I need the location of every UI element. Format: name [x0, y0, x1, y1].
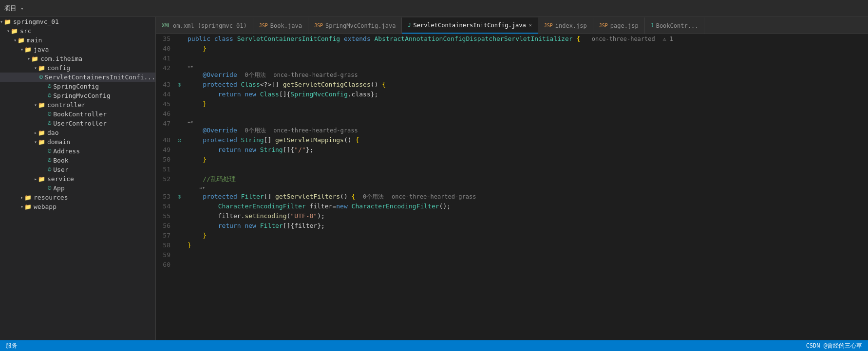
line-content: CharacterEncodingFilter filter=new Chara… [188, 202, 868, 211]
line-number: 53 [156, 192, 178, 202]
fold-icon: ↔▾ [188, 63, 868, 70]
tabs-bar: XMLom.xml (springmvc_01)JSPBook.javaJSPS… [156, 17, 868, 34]
chevron-icon: ▾ [34, 65, 37, 71]
folder-icon: 📁 [4, 18, 11, 25]
status-left: 服务 [6, 342, 18, 350]
line-number: 52 [156, 174, 178, 184]
line-content: protected Class<?>[] getServletConfigCla… [188, 80, 868, 90]
line-content: protected Filter[] getServletFilters() {… [188, 192, 868, 202]
sidebar-item-ServletContainersInitConfig[interactable]: ©ServletContainersInitConfi... [0, 73, 155, 82]
chevron-icon: ▸ [34, 176, 37, 182]
editor-panel: XMLom.xml (springmvc_01)JSPBook.javaJSPS… [156, 17, 868, 340]
tab-type-icon: JSP [544, 23, 553, 28]
file-icon: © [48, 111, 51, 118]
folder-icon: 📁 [24, 194, 32, 201]
gutter-icon: ◎ [178, 192, 188, 202]
sidebar-label: Book [53, 157, 68, 164]
code-row: 35public class ServletContainersInitConf… [156, 34, 868, 44]
sidebar-item-src[interactable]: ▾📁src [0, 26, 155, 36]
folder-icon: 📁 [24, 203, 32, 210]
sidebar-label: com.itheima [40, 55, 82, 62]
line-number: 43 [156, 80, 178, 90]
project-chevron[interactable]: ▾ [20, 5, 24, 12]
tab-label: om.xml (springmvc_01) [173, 22, 247, 29]
tab-type-icon: JSP [314, 23, 323, 28]
tab-type-icon: XML [162, 23, 170, 28]
sidebar-label: resources [34, 194, 68, 201]
line-number: 40 [156, 44, 178, 54]
sidebar-item-webapp[interactable]: ▾📁webapp [0, 202, 155, 211]
main-layout: ▾📁springmvc_01▾📁src▾📁main▾📁java▾📁com.ith… [0, 17, 868, 340]
code-lines: 35public class ServletContainersInitConf… [156, 34, 868, 270]
file-icon: © [48, 166, 51, 173]
chevron-icon: ▾ [34, 139, 37, 145]
code-row: ↔▾ [156, 184, 868, 192]
line-content: return new Filter[]{filter}; [188, 221, 868, 231]
chevron-icon: ▾ [14, 37, 17, 43]
file-icon: © [48, 83, 51, 90]
line-content: ↔▾ [188, 184, 868, 192]
sidebar-item-UserController[interactable]: ©UserController [0, 119, 155, 128]
sidebar-item-dao[interactable]: ▸📁dao [0, 128, 155, 137]
folder-icon: 📁 [38, 102, 45, 109]
sidebar-item-SpringMvcConfig[interactable]: ©SpringMvcConfig [0, 91, 155, 100]
sidebar-item-main[interactable]: ▾📁main [0, 36, 155, 45]
tab-3[interactable]: JServletContainersInitConfig.java✕ [402, 18, 538, 34]
folder-icon: 📁 [31, 55, 38, 62]
sidebar-item-com.itheima[interactable]: ▾📁com.itheima [0, 54, 155, 63]
sidebar-item-controller[interactable]: ▾📁controller [0, 100, 155, 110]
sidebar-item-Address[interactable]: ©Address [0, 147, 155, 156]
sidebar-item-config[interactable]: ▾📁config [0, 63, 155, 73]
line-content: return new Class[]{SpringMvcConfig.class… [188, 90, 868, 99]
code-row: 41 [156, 54, 868, 63]
tab-5[interactable]: JSPpage.jsp [593, 18, 645, 34]
sidebar-label: BookController [53, 111, 107, 118]
sidebar-item-SpringConfig[interactable]: ©SpringConfig [0, 82, 155, 91]
tab-type-icon: JSP [259, 23, 268, 28]
tab-1[interactable]: JSPBook.java [253, 18, 308, 34]
file-icon: © [48, 120, 51, 127]
line-number: 41 [156, 54, 178, 63]
line-number: 49 [156, 145, 178, 155]
file-icon: © [48, 185, 51, 192]
sidebar-item-BookController[interactable]: ©BookController [0, 110, 155, 119]
line-number: 60 [156, 260, 178, 270]
sidebar-item-Book[interactable]: ©Book [0, 156, 155, 165]
tab-close-button[interactable]: ✕ [529, 22, 532, 28]
line-content: return new String[]{"/"}; [188, 145, 868, 155]
tab-6[interactable]: JBookContr... [645, 18, 705, 34]
sidebar-item-service[interactable]: ▸📁service [0, 174, 155, 184]
sidebar-label: App [53, 185, 64, 192]
line-content: } [188, 240, 868, 250]
sidebar-label: main [27, 37, 42, 44]
tab-0[interactable]: XMLom.xml (springmvc_01) [156, 18, 253, 34]
sidebar-item-springmvc_01[interactable]: ▾📁springmvc_01 [0, 17, 155, 26]
code-row: 55 filter.setEncoding("UTF-8"); [156, 211, 868, 221]
status-bar: 服务 CSDN @曾经的三心草 [0, 340, 868, 351]
tab-4[interactable]: JSPindex.jsp [538, 18, 593, 34]
sidebar-item-resources[interactable]: ▸📁resources [0, 193, 155, 202]
folder-icon: 📁 [18, 37, 25, 44]
line-number: 42 [156, 63, 178, 73]
line-content: } [188, 155, 868, 165]
code-row: 52 //乱码处理 [156, 174, 868, 184]
tab-2[interactable]: JSPSpringMvcConfig.java [308, 18, 402, 34]
code-container[interactable]: 35public class ServletContainersInitConf… [156, 34, 868, 340]
file-icon: © [48, 92, 51, 99]
status-right: CSDN @曾经的三心草 [806, 342, 862, 350]
line-number: 58 [156, 240, 178, 250]
sidebar-item-java[interactable]: ▾📁java [0, 45, 155, 54]
sidebar-item-App[interactable]: ©App [0, 184, 155, 193]
sidebar-label: UserController [53, 120, 107, 127]
sidebar-label: springmvc_01 [13, 18, 59, 25]
file-icon: © [48, 148, 51, 155]
folder-icon: 📁 [38, 65, 45, 72]
chevron-icon: ▸ [34, 130, 37, 135]
top-bar: 项目 ▾ [0, 0, 868, 17]
sidebar-item-User[interactable]: ©User [0, 165, 155, 174]
sidebar-item-domain[interactable]: ▾📁domain [0, 137, 155, 147]
line-number: 51 [156, 165, 178, 174]
sidebar-label: SpringConfig [53, 83, 99, 90]
code-row: 43◎ protected Class<?>[] getServletConfi… [156, 80, 868, 90]
line-number: 44 [156, 90, 178, 99]
